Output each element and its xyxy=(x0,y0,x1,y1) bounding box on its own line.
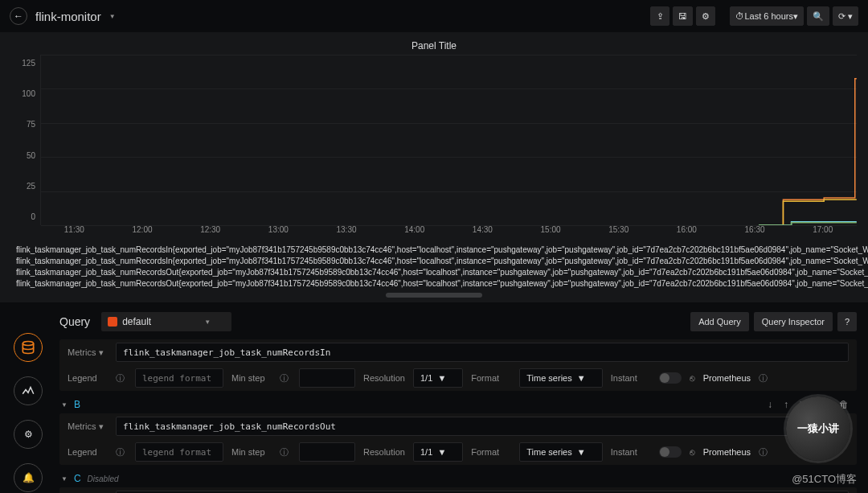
format-select[interactable]: Time series ▼ xyxy=(519,442,602,462)
legend-label: flink_taskmanager_job_task_numRecordsOut… xyxy=(16,267,868,278)
legend-input[interactable] xyxy=(135,442,223,462)
info-icon[interactable]: ⓘ xyxy=(759,372,770,384)
alert-tab[interactable]: 🔔 xyxy=(14,463,43,492)
watermark-text: @51CTO博客 xyxy=(792,472,857,487)
time-range-picker[interactable]: ⏱ Last 6 hours ▾ xyxy=(730,6,804,26)
top-toolbar: ← flink-monitor ▼ ⇪ 🖫 ⚙ ⏱ Last 6 hours ▾… xyxy=(0,0,868,32)
x-tick: 15:00 xyxy=(517,225,585,234)
legend-item[interactable]: flink_taskmanager_job_task_numRecordsIn{… xyxy=(11,244,857,256)
metrics-input[interactable] xyxy=(116,417,849,436)
help-button[interactable]: ? xyxy=(837,312,857,331)
resolution-label: Resolution xyxy=(363,447,405,457)
info-icon[interactable]: ⓘ xyxy=(280,446,291,458)
add-query-button[interactable]: Add Query xyxy=(690,312,749,331)
external-link-icon[interactable]: ⎋ xyxy=(690,447,695,457)
graph-panel: Panel Title 1251007550250 11:3012:0012:3… xyxy=(11,37,857,238)
editor-side-tabs: ⚙ 🔔 xyxy=(6,309,50,493)
info-icon[interactable]: ⓘ xyxy=(116,372,127,384)
refresh-button[interactable]: ⟳ ▾ xyxy=(833,6,858,26)
share-button[interactable]: ⇪ xyxy=(650,6,669,26)
query-block: Metrics ▾ Legend ⓘ Min step ⓘ Resolution… xyxy=(59,339,857,391)
datasource-name: default xyxy=(122,316,151,327)
y-tick: 25 xyxy=(27,182,35,191)
x-tick: 11:30 xyxy=(40,225,108,234)
data-lines xyxy=(759,55,857,225)
svg-point-0 xyxy=(23,342,33,346)
back-button[interactable]: ← xyxy=(10,7,27,25)
query-block: Metrics ▾ Legend ⓘ Min step ⓘ Resolution… xyxy=(59,413,857,465)
legend-label: flink_taskmanager_job_task_numRecordsIn{… xyxy=(16,256,868,267)
datasource-select[interactable]: default ▼ xyxy=(101,312,231,331)
visualization-tab[interactable] xyxy=(14,376,43,405)
query-letter: C xyxy=(74,473,81,484)
query-inspector-button[interactable]: Query Inspector xyxy=(754,312,833,331)
info-icon[interactable]: ⓘ xyxy=(116,446,127,458)
disabled-label: Disabled xyxy=(88,475,119,483)
legend-scrollbar[interactable] xyxy=(386,293,482,298)
legend-input[interactable] xyxy=(135,368,223,388)
min-step-input[interactable] xyxy=(299,442,355,462)
query-collapse-row[interactable]: ▼CDisabled xyxy=(59,470,857,487)
query-collapse-row[interactable]: ▼B↓↑⧉👁🗑 xyxy=(59,396,857,413)
instant-toggle[interactable] xyxy=(659,372,682,384)
legend-label: flink_taskmanager_job_task_numRecordsIn{… xyxy=(16,244,868,256)
metrics-input[interactable] xyxy=(116,343,849,362)
y-tick: 100 xyxy=(22,89,35,98)
x-tick: 16:00 xyxy=(653,225,721,234)
zoom-out-button[interactable]: 🔍 xyxy=(807,6,829,26)
save-button[interactable]: 🖫 xyxy=(673,6,693,26)
legend-label: flink_taskmanager_job_task_numRecordsOut… xyxy=(16,278,868,290)
query-block: Metrics ▾ xyxy=(59,487,857,493)
resolution-label: Resolution xyxy=(363,373,405,383)
x-tick: 12:30 xyxy=(176,225,244,234)
panel-title[interactable]: Panel Title xyxy=(11,37,857,55)
info-icon[interactable]: ⓘ xyxy=(759,446,770,458)
prometheus-link[interactable]: Prometheus xyxy=(703,447,751,457)
general-tab[interactable]: ⚙ xyxy=(14,420,43,449)
external-link-icon[interactable]: ⎋ xyxy=(690,373,695,383)
y-tick: 125 xyxy=(22,59,35,68)
resolution-select[interactable]: 1/1 ▼ xyxy=(413,442,463,462)
x-tick: 17:00 xyxy=(788,225,857,234)
x-tick: 13:30 xyxy=(313,225,381,234)
query-letter: B xyxy=(74,399,80,410)
chevron-down-icon: ▼ xyxy=(61,401,68,409)
chevron-down-icon[interactable]: ▼ xyxy=(109,13,116,20)
time-range-label: Last 6 hours xyxy=(744,11,793,21)
y-tick: 50 xyxy=(27,151,35,160)
format-select[interactable]: Time series ▼ xyxy=(519,368,602,388)
format-label: Format xyxy=(471,447,511,457)
legend-label: Legend xyxy=(68,373,108,383)
move-down-icon[interactable]: ↓ xyxy=(768,399,772,410)
move-up-icon[interactable]: ↑ xyxy=(784,399,788,410)
settings-button[interactable]: ⚙ xyxy=(696,6,715,26)
info-icon[interactable]: ⓘ xyxy=(280,372,291,384)
query-editor: ⚙ 🔔 Query default ▼ Add Query Query Insp… xyxy=(0,302,868,493)
dashboard-title[interactable]: flink-monitor xyxy=(35,10,101,23)
instant-label: Instant xyxy=(611,373,651,383)
x-tick: 15:30 xyxy=(584,225,653,234)
chart-area[interactable]: 1251007550250 xyxy=(11,55,857,225)
metrics-label: Metrics ▾ xyxy=(68,421,108,432)
y-tick: 75 xyxy=(27,120,35,129)
legend: flink_taskmanager_job_task_numRecordsIn{… xyxy=(0,241,868,291)
x-tick: 14:30 xyxy=(448,225,517,234)
legend-item[interactable]: flink_taskmanager_job_task_numRecordsOut… xyxy=(11,278,857,290)
min-step-input[interactable] xyxy=(299,368,355,388)
prometheus-link[interactable]: Prometheus xyxy=(703,373,751,383)
legend-item[interactable]: flink_taskmanager_job_task_numRecordsOut… xyxy=(11,267,857,278)
chevron-down-icon: ▼ xyxy=(61,475,68,483)
metrics-label: Metrics ▾ xyxy=(68,347,108,358)
x-tick: 14:00 xyxy=(380,225,448,234)
instant-toggle[interactable] xyxy=(659,446,682,458)
plot-area[interactable] xyxy=(40,55,857,225)
y-tick: 0 xyxy=(31,212,35,221)
resolution-select[interactable]: 1/1 ▼ xyxy=(413,368,463,388)
x-tick: 12:00 xyxy=(108,225,177,234)
instant-label: Instant xyxy=(611,447,651,457)
queries-tab[interactable] xyxy=(14,333,43,362)
x-tick: 16:30 xyxy=(721,225,789,234)
legend-item[interactable]: flink_taskmanager_job_task_numRecordsIn{… xyxy=(11,256,857,267)
min-step-label: Min step xyxy=(231,373,272,383)
format-label: Format xyxy=(471,373,511,383)
